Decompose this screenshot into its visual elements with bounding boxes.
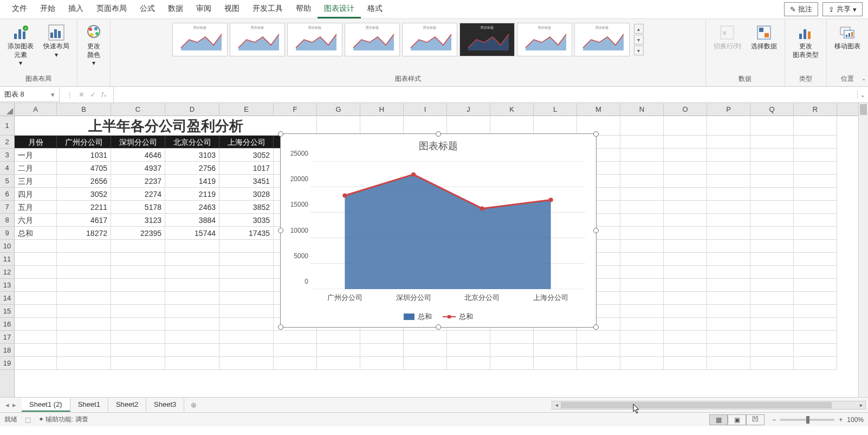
cell[interactable]: 4705 <box>57 162 111 175</box>
cell[interactable] <box>794 253 837 266</box>
cell[interactable] <box>750 266 794 279</box>
cell[interactable]: 深圳分公司 <box>111 136 165 149</box>
row-header-5[interactable]: 5 <box>0 175 14 188</box>
cell[interactable]: 15744 <box>165 227 219 240</box>
gallery-more-button[interactable]: ▾ <box>634 46 644 55</box>
cell[interactable] <box>620 266 664 279</box>
cell[interactable]: 17435 <box>219 227 274 240</box>
cell[interactable] <box>664 227 707 240</box>
cell[interactable] <box>750 357 794 370</box>
cell[interactable] <box>707 344 750 357</box>
cell[interactable]: 22395 <box>111 227 165 240</box>
cell[interactable] <box>750 331 794 344</box>
cell[interactable] <box>750 292 794 305</box>
cell[interactable] <box>165 331 219 344</box>
menu-开始[interactable]: 开始 <box>34 1 62 18</box>
cell[interactable] <box>360 331 404 344</box>
confirm-icon[interactable]: ✓ <box>90 91 96 99</box>
cell[interactable]: 2211 <box>57 201 111 214</box>
cell[interactable]: 四月 <box>15 188 57 201</box>
cell[interactable] <box>111 266 165 279</box>
tab-first-icon[interactable]: ◂ <box>5 401 9 409</box>
cell[interactable] <box>707 175 750 188</box>
row-headers[interactable]: 12345678910111213141516171819 <box>0 103 15 397</box>
cell[interactable] <box>620 136 664 149</box>
cell[interactable]: 5178 <box>111 201 165 214</box>
menu-公式[interactable]: 公式 <box>133 1 161 18</box>
cell[interactable] <box>794 214 837 227</box>
page-break-view-button[interactable]: 凹 <box>746 414 765 425</box>
menu-图表设计[interactable]: 图表设计 <box>318 1 361 18</box>
col-header-M[interactable]: M <box>577 103 620 116</box>
chart-style-8[interactable]: 图表标题 <box>574 23 630 56</box>
cell[interactable] <box>794 162 837 175</box>
cell[interactable] <box>165 357 219 370</box>
zoom-out-button[interactable]: − <box>772 416 776 424</box>
cell[interactable] <box>165 279 219 292</box>
cell[interactable] <box>707 331 750 344</box>
chart-style-3[interactable]: 图表标题 <box>287 23 342 56</box>
col-header-R[interactable]: R <box>794 103 837 116</box>
cell[interactable] <box>750 136 794 149</box>
row-header-7[interactable]: 7 <box>0 201 14 214</box>
cell[interactable] <box>15 305 57 318</box>
cell[interactable]: 3052 <box>219 149 274 162</box>
cell[interactable] <box>57 344 111 357</box>
cell[interactable]: 2237 <box>111 175 165 188</box>
cell[interactable] <box>750 175 794 188</box>
cell[interactable] <box>620 175 664 188</box>
cell[interactable] <box>794 305 837 318</box>
cell[interactable] <box>620 331 664 344</box>
cell[interactable] <box>750 240 794 253</box>
cell[interactable] <box>57 240 111 253</box>
cell[interactable] <box>317 357 360 370</box>
cell[interactable] <box>794 175 837 188</box>
cell[interactable]: 1017 <box>219 162 274 175</box>
cell[interactable] <box>794 116 837 136</box>
cell[interactable] <box>707 279 750 292</box>
cell[interactable] <box>620 214 664 227</box>
cell[interactable] <box>750 214 794 227</box>
cell[interactable] <box>794 292 837 305</box>
dropdown-icon[interactable]: ⋮ <box>66 91 73 99</box>
menu-视图[interactable]: 视图 <box>218 1 246 18</box>
cell[interactable] <box>620 201 664 214</box>
cell[interactable] <box>707 227 750 240</box>
cell[interactable] <box>165 305 219 318</box>
view-buttons[interactable]: ▦ ▣ 凹 <box>709 414 765 425</box>
cell[interactable] <box>57 253 111 266</box>
resize-handle[interactable] <box>593 131 599 137</box>
cell[interactable] <box>750 305 794 318</box>
chart-style-5[interactable]: 图表标题 <box>402 23 457 56</box>
cell[interactable] <box>750 253 794 266</box>
row-header-2[interactable]: 2 <box>0 136 14 149</box>
cell[interactable] <box>57 279 111 292</box>
col-header-H[interactable]: H <box>360 103 404 116</box>
cell[interactable]: 4617 <box>57 214 111 227</box>
resize-handle[interactable] <box>278 131 283 137</box>
row-header-9[interactable]: 9 <box>0 227 14 240</box>
cell[interactable]: 广州分公司 <box>57 136 111 149</box>
cell[interactable] <box>664 292 707 305</box>
cell[interactable] <box>794 344 837 357</box>
col-header-L[interactable]: L <box>534 103 577 116</box>
cell[interactable] <box>664 279 707 292</box>
chart-style-4[interactable]: 图表标题 <box>345 23 400 56</box>
cell[interactable] <box>360 116 404 136</box>
sheet-tab-Sheet3[interactable]: Sheet3 <box>146 398 184 412</box>
cell[interactable] <box>15 292 57 305</box>
formula-input[interactable] <box>114 93 857 97</box>
row-header-14[interactable]: 14 <box>0 292 14 305</box>
cell[interactable] <box>15 357 57 370</box>
cell[interactable] <box>111 357 165 370</box>
cell[interactable] <box>664 305 707 318</box>
cell[interactable] <box>490 344 534 357</box>
cell[interactable] <box>620 188 664 201</box>
zoom-controls[interactable]: − + 100% <box>772 416 864 424</box>
zoom-in-button[interactable]: + <box>839 416 843 424</box>
cell[interactable] <box>707 116 750 136</box>
row-header-16[interactable]: 16 <box>0 318 14 331</box>
cell[interactable] <box>219 331 274 344</box>
cell[interactable]: 3123 <box>111 214 165 227</box>
cell[interactable] <box>664 331 707 344</box>
